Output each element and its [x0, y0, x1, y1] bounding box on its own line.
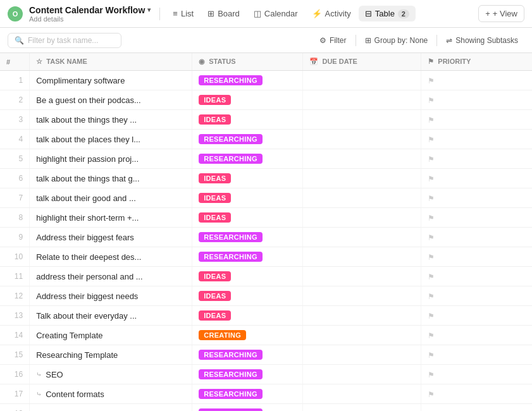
- status-cell[interactable]: RESEARCHING: [192, 71, 303, 90]
- tab-list[interactable]: ≡List: [166, 6, 200, 21]
- priority-cell[interactable]: ⚑: [421, 345, 532, 365]
- due-date-cell[interactable]: [303, 169, 421, 188]
- task-name-cell[interactable]: talk about the places they l...: [30, 130, 192, 149]
- showing-subtasks-button[interactable]: ⇌ Showing Subtasks: [440, 34, 524, 47]
- due-date-cell[interactable]: [303, 326, 421, 345]
- status-cell[interactable]: IDEAS: [192, 286, 303, 306]
- col-header-status[interactable]: ◉ STATUS: [192, 53, 303, 71]
- flag-icon: ⚑: [428, 155, 435, 164]
- tab-calendar[interactable]: ◫Calendar: [247, 6, 304, 21]
- due-date-cell[interactable]: [303, 286, 421, 306]
- task-name-cell[interactable]: highlight their short-term +...: [30, 208, 192, 228]
- task-header-icon: ☆: [36, 58, 42, 65]
- due-date-cell[interactable]: [303, 188, 421, 208]
- due-date-cell[interactable]: [303, 404, 421, 412]
- task-name-cell[interactable]: talk about the things that g...: [30, 169, 192, 188]
- priority-cell[interactable]: ⚑: [421, 188, 532, 208]
- due-date-cell[interactable]: [303, 130, 421, 149]
- row-number: 17: [0, 384, 30, 404]
- status-cell[interactable]: RESEARCHING: [192, 345, 303, 365]
- due-date-cell[interactable]: [303, 384, 421, 404]
- status-cell[interactable]: IDEAS: [192, 169, 303, 188]
- priority-cell[interactable]: ⚑: [421, 286, 532, 306]
- row-number: 14: [0, 326, 30, 345]
- status-cell[interactable]: IDEAS: [192, 110, 303, 130]
- status-cell[interactable]: RESEARCHING: [192, 228, 303, 247]
- due-date-cell[interactable]: [303, 345, 421, 365]
- task-name-cell[interactable]: Address their biggest needs: [30, 286, 192, 306]
- priority-cell[interactable]: ⚑: [421, 384, 532, 404]
- status-cell[interactable]: RESEARCHING: [192, 404, 303, 412]
- task-name-cell[interactable]: ⤷ Content formats: [30, 384, 192, 404]
- due-date-cell[interactable]: [303, 228, 421, 247]
- task-name: talk about the things that g...: [36, 174, 139, 183]
- status-cell[interactable]: RESEARCHING: [192, 365, 303, 384]
- priority-cell[interactable]: ⚑: [421, 169, 532, 188]
- group-icon: ⊞: [365, 36, 371, 45]
- status-cell[interactable]: IDEAS: [192, 188, 303, 208]
- priority-cell[interactable]: ⚑: [421, 267, 532, 286]
- tab-table[interactable]: ⊟Table2: [359, 6, 416, 21]
- status-cell[interactable]: RESEARCHING: [192, 130, 303, 149]
- task-name-cell[interactable]: Talk about their everyday ...: [30, 306, 192, 326]
- col-header-priority[interactable]: ⚑ PRIORITY: [421, 53, 532, 71]
- priority-cell[interactable]: ⚑: [421, 306, 532, 326]
- priority-cell[interactable]: ⚑: [421, 404, 532, 412]
- status-badge: RESEARCHING: [199, 252, 263, 262]
- activity-tab-icon: ⚡: [312, 9, 322, 18]
- due-date-cell[interactable]: [303, 71, 421, 90]
- tab-activity[interactable]: ⚡Activity: [306, 6, 357, 21]
- project-title[interactable]: Content Calendar Workflow ▾: [29, 5, 151, 15]
- priority-cell[interactable]: ⚑: [421, 71, 532, 90]
- task-name-cell[interactable]: Be a guest on their podcas...: [30, 90, 192, 110]
- due-date-cell[interactable]: [303, 110, 421, 130]
- col-header-due[interactable]: 📅 DUE DATE: [303, 53, 421, 71]
- add-view-button[interactable]: + + View: [478, 5, 524, 22]
- status-cell[interactable]: RESEARCHING: [192, 247, 303, 267]
- due-date-cell[interactable]: [303, 90, 421, 110]
- status-cell[interactable]: RESEARCHING: [192, 149, 303, 169]
- flag-icon: ⚑: [428, 371, 435, 379]
- priority-cell[interactable]: ⚑: [421, 130, 532, 149]
- status-cell[interactable]: IDEAS: [192, 90, 303, 110]
- status-cell[interactable]: CREATING: [192, 326, 303, 345]
- priority-cell[interactable]: ⚑: [421, 228, 532, 247]
- task-name-cell[interactable]: Creating Template: [30, 326, 192, 345]
- task-name-cell[interactable]: talk about the things they ...: [30, 110, 192, 130]
- task-name: Talk about their everyday ...: [36, 311, 137, 321]
- priority-cell[interactable]: ⚑: [421, 90, 532, 110]
- task-name-cell[interactable]: Relate to their deepest des...: [30, 247, 192, 267]
- priority-cell[interactable]: ⚑: [421, 247, 532, 267]
- status-cell[interactable]: IDEAS: [192, 306, 303, 326]
- priority-cell[interactable]: ⚑: [421, 110, 532, 130]
- due-date-cell[interactable]: [303, 247, 421, 267]
- search-box[interactable]: 🔍 Filter by task name...: [8, 33, 121, 48]
- priority-cell[interactable]: ⚑: [421, 365, 532, 384]
- status-cell[interactable]: RESEARCHING: [192, 384, 303, 404]
- col-header-task[interactable]: ☆ TASK NAME: [30, 53, 192, 71]
- due-date-cell[interactable]: [303, 149, 421, 169]
- group-by-button[interactable]: ⊞ Group by: None: [359, 34, 435, 47]
- task-name-cell[interactable]: ⤷ Timing: [30, 404, 192, 412]
- priority-cell[interactable]: ⚑: [421, 208, 532, 228]
- due-date-cell[interactable]: [303, 365, 421, 384]
- row-number: 13: [0, 306, 30, 326]
- priority-cell[interactable]: ⚑: [421, 326, 532, 345]
- due-date-cell[interactable]: [303, 306, 421, 326]
- task-name-cell[interactable]: Complimentary software: [30, 71, 192, 90]
- filter-button[interactable]: ⚙ Filter: [313, 34, 353, 47]
- task-name-cell[interactable]: highlight their passion proj...: [30, 149, 192, 169]
- due-date-cell[interactable]: [303, 208, 421, 228]
- task-name-cell[interactable]: ⤷ SEO: [30, 365, 192, 384]
- status-cell[interactable]: IDEAS: [192, 208, 303, 228]
- priority-cell[interactable]: ⚑: [421, 149, 532, 169]
- status-cell[interactable]: IDEAS: [192, 267, 303, 286]
- task-name-cell[interactable]: Researching Template: [30, 345, 192, 365]
- task-name-cell[interactable]: Address their biggest fears: [30, 228, 192, 247]
- due-date-cell[interactable]: [303, 267, 421, 286]
- table-row: 18 ⤷ Timing RESEARCHING ⚑: [0, 404, 532, 412]
- task-name-cell[interactable]: talk about their good and ...: [30, 188, 192, 208]
- flag-icon: ⚑: [428, 77, 435, 85]
- tab-board[interactable]: ⊞Board: [201, 6, 246, 21]
- task-name-cell[interactable]: address their personal and ...: [30, 267, 192, 286]
